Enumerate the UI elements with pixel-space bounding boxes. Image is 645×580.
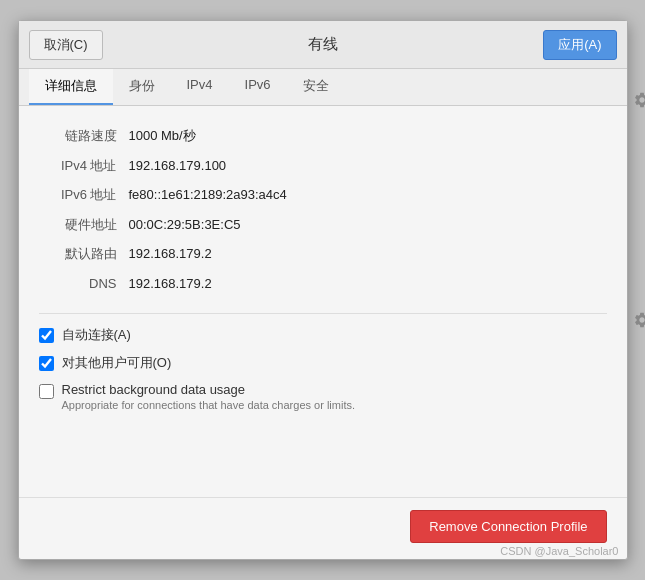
tab-ipv4[interactable]: IPv4 bbox=[171, 69, 229, 105]
hardware-value: 00:0C:29:5B:3E:C5 bbox=[129, 215, 607, 235]
dialog-title: 有线 bbox=[103, 35, 544, 54]
remove-connection-button[interactable]: Remove Connection Profile bbox=[410, 510, 606, 543]
available-row: 对其他用户可用(O) bbox=[39, 354, 607, 372]
separator bbox=[39, 313, 607, 314]
link-speed-label: 链路速度 bbox=[39, 126, 129, 146]
restrict-sublabel: Appropriate for connections that have da… bbox=[62, 399, 356, 411]
ipv4-value: 192.168.179.100 bbox=[129, 156, 607, 176]
title-bar: 取消(C) 有线 应用(A) bbox=[19, 21, 627, 69]
gear-icon-top[interactable] bbox=[633, 91, 646, 112]
available-checkbox[interactable] bbox=[39, 356, 54, 371]
auto-connect-label[interactable]: 自动连接(A) bbox=[62, 326, 131, 344]
dns-label: DNS bbox=[39, 274, 129, 294]
tab-security[interactable]: 安全 bbox=[287, 69, 345, 105]
hardware-label: 硬件地址 bbox=[39, 215, 129, 235]
tab-details[interactable]: 详细信息 bbox=[29, 69, 113, 105]
watermark: CSDN @Java_Scholar0 bbox=[500, 545, 618, 557]
dns-value: 192.168.179.2 bbox=[129, 274, 607, 294]
gateway-label: 默认路由 bbox=[39, 244, 129, 264]
ipv6-label: IPv6 地址 bbox=[39, 185, 129, 205]
gear-icon-bottom[interactable] bbox=[633, 311, 646, 332]
cancel-button[interactable]: 取消(C) bbox=[29, 30, 103, 60]
gateway-value: 192.168.179.2 bbox=[129, 244, 607, 264]
network-dialog: 取消(C) 有线 应用(A) 详细信息 身份 IPv4 IPv6 安全 链路速度… bbox=[18, 20, 628, 560]
tab-identity[interactable]: 身份 bbox=[113, 69, 171, 105]
link-speed-value: 1000 Mb/秒 bbox=[129, 126, 607, 146]
auto-connect-row: 自动连接(A) bbox=[39, 326, 607, 344]
restrict-text: Restrict background data usage Appropria… bbox=[62, 382, 356, 411]
ipv6-value: fe80::1e61:2189:2a93:a4c4 bbox=[129, 185, 607, 205]
restrict-checkbox[interactable] bbox=[39, 384, 54, 399]
restrict-label[interactable]: Restrict background data usage bbox=[62, 382, 356, 397]
ipv4-label: IPv4 地址 bbox=[39, 156, 129, 176]
content-area: 链路速度 1000 Mb/秒 IPv4 地址 192.168.179.100 I… bbox=[19, 106, 627, 497]
tab-ipv6[interactable]: IPv6 bbox=[229, 69, 287, 105]
auto-connect-checkbox[interactable] bbox=[39, 328, 54, 343]
restrict-section: Restrict background data usage Appropria… bbox=[39, 382, 607, 411]
tab-bar: 详细信息 身份 IPv4 IPv6 安全 bbox=[19, 69, 627, 106]
available-label[interactable]: 对其他用户可用(O) bbox=[62, 354, 172, 372]
info-grid: 链路速度 1000 Mb/秒 IPv4 地址 192.168.179.100 I… bbox=[39, 126, 607, 293]
apply-button[interactable]: 应用(A) bbox=[543, 30, 616, 60]
restrict-row: Restrict background data usage Appropria… bbox=[39, 382, 607, 411]
